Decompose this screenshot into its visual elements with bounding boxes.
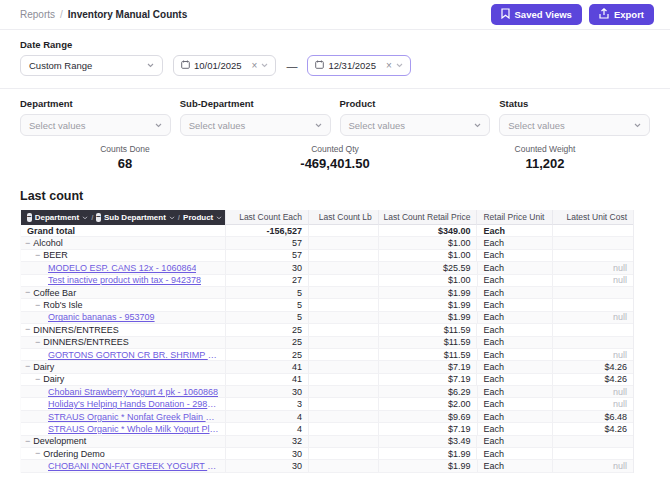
row-group-cell: − Development <box>21 436 225 447</box>
row-group-cell: − Dairy <box>21 374 225 385</box>
column-header-retail-price-unit[interactable]: Retail Price Unit <box>476 210 552 225</box>
product-link[interactable]: STRAUS Organic * Nonfat Greek Plain 6/32… <box>48 412 219 422</box>
clear-icon[interactable]: × <box>252 61 258 71</box>
latest-unit-cost-cell: null <box>552 398 633 409</box>
status-select[interactable]: Select values <box>499 114 650 136</box>
clear-icon[interactable]: × <box>386 61 392 71</box>
retail-price-unit-cell: Each <box>476 361 552 372</box>
column-header-last-count-each[interactable]: Last Count Each <box>225 210 308 225</box>
last-count-each-cell: 5 <box>225 287 308 298</box>
collapse-row-icon[interactable]: − <box>25 325 30 334</box>
product-link[interactable]: CHOBANI NON-FAT GREEK YOGURT PEACH - 106… <box>48 461 219 471</box>
last-count-retail-price-cell: $11.59 <box>378 349 477 360</box>
table-row: Holiday's Helping Hands Donation - 29847… <box>21 398 633 410</box>
table-row: CHOBANI NON-FAT GREEK YOGURT PEACH - 106… <box>21 460 633 472</box>
product-link[interactable]: STRAUS Organic * Whole Milk Yogurt Plain… <box>48 424 219 434</box>
last-count-lb-cell <box>308 299 378 310</box>
latest-unit-cost-cell: null <box>552 386 633 397</box>
date-range-preset-select[interactable]: Custom Range <box>20 55 163 76</box>
collapse-row-icon[interactable]: − <box>25 288 30 297</box>
stat-counts-done: Counts Done 68 <box>20 144 230 171</box>
product-link[interactable]: Holiday's Helping Hands Donation - 29847… <box>48 399 219 409</box>
last-count-retail-price-cell: $1.00 <box>378 275 477 286</box>
row-label: DINNERS/ENTREES <box>43 337 129 347</box>
table-row: − DINNERS/ENTREES 25 $11.59 Each <box>21 337 633 349</box>
latest-unit-cost-cell <box>552 237 633 248</box>
saved-views-button[interactable]: Saved Views <box>491 4 582 25</box>
last-count-retail-price-cell: $11.59 <box>378 324 477 335</box>
last-count-retail-price-cell: $1.00 <box>378 250 477 261</box>
row-group-cell: − Alcohol <box>21 237 225 248</box>
product-link[interactable]: MODELO ESP. CANS 12x - 1060864 <box>48 263 196 273</box>
table-title: Last count <box>20 189 670 203</box>
collapse-row-icon[interactable]: − <box>35 375 40 384</box>
sub-department-menu-icon[interactable] <box>169 216 175 220</box>
last-count-each-cell: -156,527 <box>225 225 308 236</box>
row-label: Coffee Bar <box>33 288 76 298</box>
last-count-retail-price-cell: $1.00 <box>378 237 477 248</box>
collapse-row-icon[interactable]: − <box>35 251 40 260</box>
column-header-latest-unit-cost[interactable]: Latest Unit Cost <box>552 210 633 225</box>
retail-price-unit-cell: Each <box>476 436 552 447</box>
start-date-input[interactable]: 10/01/2025 × <box>173 55 276 76</box>
product-link[interactable]: Chobani Strawberry Yogurt 4 pk - 1060868 <box>48 387 218 397</box>
chevron-down-icon <box>474 123 481 128</box>
product-link[interactable]: Organic bananas - 953709 <box>48 312 155 322</box>
table-row: Organic bananas - 953709 5 $1.99 Each nu… <box>21 312 633 324</box>
collapse-row-icon[interactable]: − <box>35 449 40 458</box>
chevron-down-icon[interactable] <box>396 63 403 68</box>
collapse-row-icon[interactable]: − <box>25 239 30 248</box>
retail-price-unit-cell: Each <box>476 250 552 261</box>
export-button[interactable]: Export <box>589 4 654 25</box>
latest-unit-cost-cell: null <box>552 275 633 286</box>
column-header-last-count-retail-price[interactable]: Last Count Retail Price <box>378 210 477 225</box>
row-group-cell: GORTONS GORTON CR BR. SHRIMP - 720445 <box>21 349 225 360</box>
row-group-cell: Grand total <box>21 225 225 236</box>
row-group-cell: − DINNERS/ENTREES <box>21 337 225 348</box>
collapse-row-icon[interactable]: − <box>25 437 30 446</box>
breadcrumb-reports-link[interactable]: Reports <box>20 9 55 20</box>
last-count-retail-price-cell: $7.19 <box>378 374 477 385</box>
last-count-retail-price-cell: $349.00 <box>378 225 477 236</box>
date-range-dash: — <box>286 60 297 72</box>
end-date-input[interactable]: 12/31/2025 × <box>307 55 410 76</box>
last-count-retail-price-cell: $11.59 <box>378 337 477 348</box>
chevron-down-icon[interactable] <box>261 63 268 68</box>
summary-stats: Counts Done 68 Counted Qty -469,401.50 C… <box>0 144 670 171</box>
table-row: − Dairy 41 $7.19 Each $4.26 <box>21 374 633 386</box>
last-count-lb-cell <box>308 275 378 286</box>
filter-sub-department: Sub-Department Select values <box>180 98 331 136</box>
collapse-all-departments-icon[interactable]: − <box>27 213 32 222</box>
product-link[interactable]: Test inactive product with tax - 942378 <box>48 275 201 285</box>
product-menu-icon[interactable] <box>216 216 222 220</box>
last-count-each-cell: 27 <box>225 275 308 286</box>
last-count-each-cell: 41 <box>225 374 308 385</box>
sub-department-select[interactable]: Select values <box>180 114 331 136</box>
table-row: STRAUS Organic * Nonfat Greek Plain 6/32… <box>21 411 633 423</box>
row-group-cell: Holiday's Helping Hands Donation - 29847… <box>21 398 225 409</box>
product-select[interactable]: Select values <box>340 114 491 136</box>
column-header-last-count-lb[interactable]: Last Count Lb <box>308 210 378 225</box>
collapse-row-icon[interactable]: − <box>35 338 40 347</box>
latest-unit-cost-cell <box>552 436 633 447</box>
filter-product: Product Select values <box>340 98 491 136</box>
department-menu-icon[interactable] <box>82 216 88 220</box>
collapse-row-icon[interactable]: − <box>35 301 40 310</box>
collapse-row-icon[interactable]: − <box>25 362 30 371</box>
department-select[interactable]: Select values <box>20 114 171 136</box>
table-row: Grand total -156,527 $349.00 Each <box>21 225 633 237</box>
last-count-each-cell: 5 <box>225 312 308 323</box>
retail-price-unit-cell: Each <box>477 262 553 273</box>
row-group-cell: − Ordering Demo <box>21 448 225 459</box>
retail-price-unit-cell: Each <box>477 349 553 360</box>
latest-unit-cost-cell: $4.26 <box>552 423 633 434</box>
retail-price-unit-cell: Each <box>477 312 553 323</box>
table-row: MODELO ESP. CANS 12x - 1060864 30 $25.59… <box>21 262 633 274</box>
latest-unit-cost-cell <box>552 287 633 298</box>
product-link[interactable]: GORTONS GORTON CR BR. SHRIMP - 720445 <box>48 350 219 360</box>
row-group-cell: CHOBANI NON-FAT GREEK YOGURT PEACH - 106… <box>21 460 225 471</box>
collapse-all-subdepartments-icon[interactable]: − <box>96 213 101 222</box>
retail-price-unit-cell: Each <box>476 237 552 248</box>
row-group-cell: Chobani Strawberry Yogurt 4 pk - 1060868 <box>21 386 225 397</box>
calendar-icon <box>181 60 190 71</box>
